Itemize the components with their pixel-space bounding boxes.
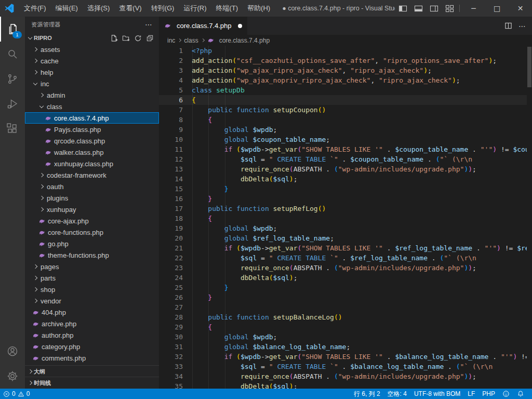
menu-item-0[interactable]: 文件(F) bbox=[19, 0, 51, 17]
new-file-icon[interactable] bbox=[110, 34, 118, 42]
code-line-8[interactable]: 8 { bbox=[159, 115, 527, 125]
status-language-mode[interactable]: PHP bbox=[478, 390, 499, 397]
code-line-23[interactable]: 23 require_once(ABSPATH . ("wp-admin/inc… bbox=[159, 263, 527, 273]
code-line-27[interactable]: 27 bbox=[159, 302, 527, 312]
activity-run-debug-icon[interactable] bbox=[0, 91, 25, 116]
code-line-6[interactable]: 6{ bbox=[159, 95, 527, 105]
bell-icon[interactable] bbox=[513, 390, 528, 397]
menu-item-6[interactable]: 终端(T) bbox=[211, 0, 243, 17]
menu-item-2[interactable]: 选择(S) bbox=[83, 0, 114, 17]
breadcrumb-item-core.class.7.4.php[interactable]: core.class.7.4.php bbox=[219, 37, 270, 44]
modified-dot-icon[interactable] bbox=[238, 24, 242, 28]
tree-item-archive.php[interactable]: archive.php bbox=[25, 318, 159, 329]
tree-item-codestar-framework[interactable]: codestar-framework bbox=[25, 169, 159, 181]
tree-item-cache[interactable]: cache bbox=[25, 55, 159, 66]
code-line-14[interactable]: 14 dbDelta($sql); bbox=[159, 174, 527, 184]
code-line-29[interactable]: 29 { bbox=[159, 322, 527, 332]
editor-scrollbar[interactable] bbox=[527, 46, 532, 389]
tree-item-class[interactable]: class bbox=[25, 101, 159, 112]
code-line-12[interactable]: 12 $sql = " CREATE TABLE `" . $coupon_ta… bbox=[159, 154, 527, 164]
code-line-7[interactable]: 7 public function setupCoupon() bbox=[159, 105, 527, 115]
tree-item-assets[interactable]: assets bbox=[25, 44, 159, 55]
code-line-35[interactable]: 35 dbDelta($sql); bbox=[159, 381, 527, 389]
section-header-ripro[interactable]: RIPRO bbox=[25, 32, 159, 44]
scrollbar-thumb[interactable] bbox=[527, 47, 531, 87]
tree-item-help[interactable]: help bbox=[25, 66, 159, 78]
code-line-1[interactable]: 1<?php bbox=[159, 46, 527, 56]
menu-item-1[interactable]: 编辑(E) bbox=[51, 0, 83, 17]
code-line-20[interactable]: 20 global $ref_log_table_name; bbox=[159, 233, 527, 243]
tree-item-core.class.7.4.php[interactable]: core.class.7.4.php bbox=[25, 112, 159, 124]
code-line-34[interactable]: 34 require_once(ABSPATH . ("wp-admin/inc… bbox=[159, 371, 527, 381]
tree-item-go.php[interactable]: go.php bbox=[25, 238, 159, 249]
tree-item-theme-functions.php[interactable]: theme-functions.php bbox=[25, 249, 159, 261]
tree-item-vendor[interactable]: vendor bbox=[25, 295, 159, 307]
code-line-4[interactable]: 4add_action("wp_ajax_nopriv_ripro_ajax_c… bbox=[159, 75, 527, 85]
menu-item-4[interactable]: 转到(G) bbox=[147, 0, 179, 17]
toggle-panel-icon[interactable] bbox=[410, 0, 426, 17]
tree-item-parts[interactable]: parts bbox=[25, 272, 159, 284]
maximize-button[interactable]: □ bbox=[485, 0, 509, 17]
tree-item-comments.php[interactable]: comments.php bbox=[25, 352, 159, 364]
tab-core-class-php[interactable]: core.class.7.4.php bbox=[159, 17, 248, 35]
code-line-10[interactable]: 10 global $coupon_table_name; bbox=[159, 135, 527, 144]
code-line-5[interactable]: 5class setupDb bbox=[159, 85, 527, 95]
split-editor-icon[interactable] bbox=[504, 22, 512, 30]
tree-item-shop[interactable]: shop bbox=[25, 284, 159, 295]
code-line-21[interactable]: 21 if ($wpdb->get_var("SHOW TABLES LIKE … bbox=[159, 243, 527, 253]
breadcrumb-item-inc[interactable]: inc bbox=[167, 37, 175, 44]
tree-item-oauth[interactable]: oauth bbox=[25, 181, 159, 192]
activity-account-icon[interactable] bbox=[0, 339, 25, 364]
status-indentation[interactable]: 空格: 4 bbox=[384, 390, 410, 398]
activity-search-icon[interactable] bbox=[0, 42, 25, 66]
code-line-31[interactable]: 31 global $balance_log_table_name; bbox=[159, 342, 527, 352]
activity-extensions-icon[interactable] bbox=[0, 116, 25, 141]
code-line-2[interactable]: 2add_action("csf__caozhuti_options_save_… bbox=[159, 56, 527, 65]
code-line-18[interactable]: 18 { bbox=[159, 214, 527, 223]
code-line-11[interactable]: 11 if ($wpdb->get_var("SHOW TABLES LIKE … bbox=[159, 144, 527, 154]
timeline-section[interactable]: 时间线 bbox=[25, 377, 159, 389]
activity-source-control-icon[interactable] bbox=[0, 66, 25, 91]
tree-item-admin[interactable]: admin bbox=[25, 89, 159, 101]
new-folder-icon[interactable] bbox=[122, 34, 130, 42]
tree-item-xunhupay.class.php[interactable]: xunhupay.class.php bbox=[25, 158, 159, 169]
feedback-icon[interactable] bbox=[499, 390, 513, 397]
code-line-22[interactable]: 22 $sql = " CREATE TABLE `" . $ref_log_t… bbox=[159, 253, 527, 263]
tree-item-core-ajax.php[interactable]: core-ajax.php bbox=[25, 215, 159, 227]
code-line-25[interactable]: 25 } bbox=[159, 283, 527, 292]
tree-item-walker.class.php[interactable]: walker.class.php bbox=[25, 147, 159, 158]
collapse-all-icon[interactable] bbox=[146, 34, 154, 42]
activity-explorer-icon[interactable]: 1 bbox=[0, 17, 25, 42]
close-button[interactable]: ✕ bbox=[509, 0, 532, 17]
tree-item-xunhupay[interactable]: xunhupay bbox=[25, 204, 159, 215]
code-editor[interactable]: 1<?php2add_action("csf__caozhuti_options… bbox=[159, 46, 527, 389]
code-line-3[interactable]: 3add_action("wp_ajax_ripro_ajax_check", … bbox=[159, 65, 527, 75]
code-line-17[interactable]: 17 public function setupRefLog() bbox=[159, 204, 527, 214]
code-line-13[interactable]: 13 require_once(ABSPATH . ("wp-admin/inc… bbox=[159, 164, 527, 174]
editor-more-actions-icon[interactable]: ⋯ bbox=[518, 22, 526, 30]
sidebar-more-actions-icon[interactable]: ⋯ bbox=[145, 20, 153, 29]
menu-item-5[interactable]: 运行(R) bbox=[179, 0, 211, 17]
activity-settings-icon[interactable] bbox=[0, 364, 25, 389]
code-line-28[interactable]: 28 public function setupBalanceLog() bbox=[159, 312, 527, 322]
menu-item-3[interactable]: 查看(V) bbox=[114, 0, 146, 17]
refresh-icon[interactable] bbox=[134, 34, 142, 42]
status-cursor-position[interactable]: 行 6, 列 2 bbox=[350, 390, 384, 398]
code-line-30[interactable]: 30 global $wpdb; bbox=[159, 332, 527, 342]
tree-item-Payjs.class.php[interactable]: Payjs.class.php bbox=[25, 124, 159, 135]
code-line-26[interactable]: 26 } bbox=[159, 292, 527, 302]
toggle-secondary-sidebar-icon[interactable] bbox=[426, 0, 442, 17]
minimize-button[interactable]: ─ bbox=[462, 0, 485, 17]
code-line-32[interactable]: 32 if ($wpdb->get_var("SHOW TABLES LIKE … bbox=[159, 352, 527, 362]
menu-item-7[interactable]: 帮助(H) bbox=[243, 0, 275, 17]
status-encoding[interactable]: UTF-8 with BOM bbox=[410, 390, 464, 397]
problems-indicator[interactable]: 0 0 bbox=[0, 389, 33, 399]
code-line-19[interactable]: 19 global $wpdb; bbox=[159, 223, 527, 233]
code-line-9[interactable]: 9 global $wpdb; bbox=[159, 125, 527, 135]
code-line-16[interactable]: 16 } bbox=[159, 194, 527, 204]
tree-item-qrcode.class.php[interactable]: qrcode.class.php bbox=[25, 135, 159, 147]
code-line-24[interactable]: 24 dbDelta($sql); bbox=[159, 273, 527, 283]
status-eol[interactable]: LF bbox=[464, 390, 478, 397]
tree-item-core-functions.php[interactable]: core-functions.php bbox=[25, 227, 159, 238]
tree-item-author.php[interactable]: author.php bbox=[25, 329, 159, 341]
